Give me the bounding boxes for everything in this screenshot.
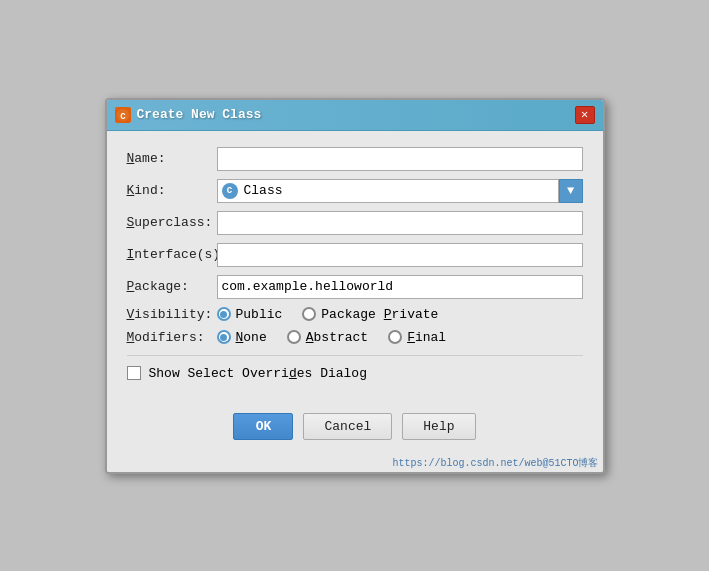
title-bar: C Create New Class ✕ [107, 100, 603, 131]
name-input[interactable] [217, 147, 583, 171]
kind-value: Class [244, 183, 283, 198]
close-button[interactable]: ✕ [575, 106, 595, 124]
name-label: Name: [127, 151, 217, 166]
interfaces-label: Interface(s): [127, 247, 217, 262]
overrides-checkbox-label: Show Select Overrides Dialog [149, 366, 367, 381]
modifiers-abstract-radio[interactable] [287, 330, 301, 344]
visibility-package-private-option[interactable]: Package Private [302, 307, 438, 322]
visibility-public-label: Public [236, 307, 283, 322]
kind-label: Kind: [127, 183, 217, 198]
modifiers-final-option[interactable]: Final [388, 330, 446, 345]
kind-select-display[interactable]: c Class [217, 179, 559, 203]
package-row: Package: [127, 275, 583, 299]
kind-dropdown-button[interactable]: ▼ [559, 179, 583, 203]
superclass-input[interactable] [217, 211, 583, 235]
interfaces-input[interactable] [217, 243, 583, 267]
package-label: Package: [127, 279, 217, 294]
svg-text:C: C [120, 112, 126, 122]
cancel-button[interactable]: Cancel [303, 413, 392, 440]
modifiers-row: Modifiers: None Abstract Final [127, 330, 583, 345]
visibility-package-private-label: Package Private [321, 307, 438, 322]
visibility-radio-group: Public Package Private [217, 307, 583, 322]
overrides-checkbox-row: Show Select Overrides Dialog [127, 366, 583, 381]
modifiers-none-option[interactable]: None [217, 330, 267, 345]
visibility-public-radio[interactable] [217, 307, 231, 321]
visibility-public-option[interactable]: Public [217, 307, 283, 322]
package-input[interactable] [217, 275, 583, 299]
dialog-content: Name: Kind: c Class ▼ Superclass: [107, 131, 603, 401]
modifiers-none-label: None [236, 330, 267, 345]
watermark: https://blog.csdn.net/web@51CTO博客 [107, 456, 603, 472]
modifiers-final-radio[interactable] [388, 330, 402, 344]
create-new-class-dialog: C Create New Class ✕ Name: Kind: c Class [105, 98, 605, 474]
kind-select-wrapper: c Class ▼ [217, 179, 583, 203]
kind-row: Kind: c Class ▼ [127, 179, 583, 203]
modifiers-none-radio-inner [220, 334, 227, 341]
visibility-package-private-radio[interactable] [302, 307, 316, 321]
overrides-checkbox[interactable] [127, 366, 141, 380]
title-bar-left: C Create New Class [115, 107, 262, 123]
superclass-row: Superclass: [127, 211, 583, 235]
visibility-row: Visibility: Public Package Private [127, 307, 583, 322]
help-button[interactable]: Help [402, 413, 475, 440]
superclass-label: Superclass: [127, 215, 217, 230]
dialog-title: Create New Class [137, 107, 262, 122]
modifiers-final-label: Final [407, 330, 446, 345]
modifiers-none-radio[interactable] [217, 330, 231, 344]
dialog-icon: C [115, 107, 131, 123]
modifiers-abstract-label: Abstract [306, 330, 368, 345]
modifiers-abstract-option[interactable]: Abstract [287, 330, 368, 345]
modifiers-radio-group: None Abstract Final [217, 330, 583, 345]
kind-class-icon: c [222, 183, 238, 199]
interfaces-row: Interface(s): [127, 243, 583, 267]
separator [127, 355, 583, 356]
visibility-label: Visibility: [127, 307, 217, 322]
name-row: Name: [127, 147, 583, 171]
dialog-buttons: OK Cancel Help [107, 401, 603, 456]
ok-button[interactable]: OK [233, 413, 293, 440]
modifiers-label: Modifiers: [127, 330, 217, 345]
visibility-public-radio-inner [220, 311, 227, 318]
